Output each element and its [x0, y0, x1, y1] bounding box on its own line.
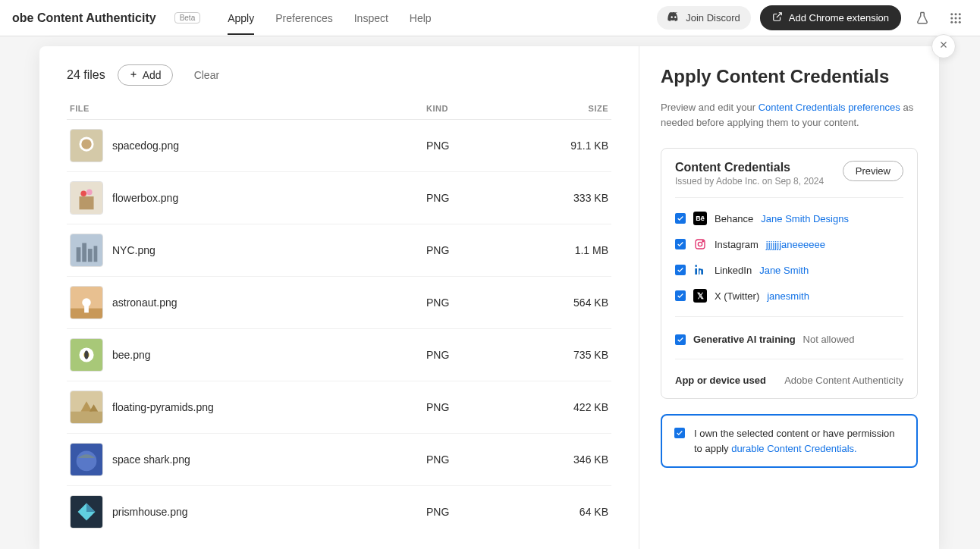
file-kind: PNG	[426, 349, 532, 361]
file-size: 564 KB	[532, 296, 608, 309]
svg-rect-41	[695, 268, 697, 274]
svg-point-15	[86, 190, 93, 196]
file-kind: PNG	[426, 244, 532, 256]
file-name: bee.png	[112, 349, 426, 361]
panel-description: Preview and edit your Content Credential…	[661, 100, 918, 130]
svg-point-28	[84, 350, 89, 359]
durable-credentials-link[interactable]: durable Content Credentials.	[731, 443, 857, 454]
files-panel: 24 files Add Clear File Kind Size spaced…	[39, 46, 639, 549]
social-handle[interactable]: Jane Smith Designs	[761, 213, 849, 224]
plus-icon	[129, 69, 138, 81]
file-thumbnail	[70, 234, 103, 267]
checkbox-checked[interactable]	[675, 290, 686, 301]
social-platform: X (Twitter)	[715, 290, 759, 302]
gen-ai-value: Not allowed	[803, 334, 855, 345]
header-kind: Kind	[426, 104, 532, 113]
close-button[interactable]	[931, 34, 956, 58]
header-size: Size	[532, 104, 608, 113]
app-used-row: App or device used Adobe Content Authent…	[675, 367, 903, 386]
close-icon	[938, 39, 949, 53]
svg-point-11	[81, 139, 91, 149]
table-row[interactable]: NYC.png PNG 1.1 MB	[67, 224, 611, 277]
ownership-text: I own the selected content or have permi…	[694, 426, 904, 456]
file-name: astronaut.png	[112, 296, 426, 309]
table-row[interactable]: floating-pyramids.png PNG 422 KB	[67, 381, 611, 434]
social-handle[interactable]: Jane Smith	[759, 265, 809, 276]
instagram-icon	[693, 237, 707, 251]
credentials-card-header: Content Credentials Issued by Adobe Inc.…	[675, 161, 903, 187]
svg-rect-19	[88, 249, 93, 262]
desc-pre: Preview and edit your	[661, 102, 759, 113]
file-kind: PNG	[426, 453, 532, 466]
file-kind: PNG	[426, 401, 532, 413]
table-row[interactable]: prismhouse.png PNG 64 KB	[67, 486, 611, 531]
svg-rect-30	[71, 412, 102, 423]
twitter-icon: 𝕏	[693, 289, 707, 303]
file-name: floating-pyramids.png	[112, 401, 426, 413]
credentials-panel: Apply Content Credentials Preview and ed…	[639, 46, 939, 549]
generative-ai-row: Generative AI training Not allowed	[675, 325, 903, 351]
social-handle[interactable]: janesmith	[767, 290, 809, 302]
file-thumbnail	[70, 443, 103, 476]
divider	[675, 316, 903, 317]
file-size: 422 KB	[532, 401, 608, 413]
credentials-title: Content Credentials	[675, 161, 824, 174]
file-size: 346 KB	[532, 453, 608, 466]
files-header: 24 files Add Clear	[67, 64, 611, 86]
file-count: 24 files	[67, 68, 105, 82]
svg-rect-17	[77, 247, 81, 262]
social-handle[interactable]: jjjjjjjaneeeeee	[766, 239, 825, 250]
file-size: 735 KB	[532, 349, 608, 361]
social-account-row: Instagram jjjjjjjaneeeeee	[675, 231, 903, 257]
file-kind: PNG	[426, 192, 532, 204]
modal-backdrop: 24 files Add Clear File Kind Size spaced…	[0, 0, 980, 549]
clear-files-button[interactable]: Clear	[185, 65, 228, 85]
svg-point-40	[702, 241, 703, 242]
social-account-row: 𝕏 X (Twitter) janesmith	[675, 283, 903, 309]
table-row[interactable]: space shark.png PNG 346 KB	[67, 434, 611, 486]
file-kind: PNG	[426, 296, 532, 309]
table-row[interactable]: flowerbox.png PNG 333 KB	[67, 172, 611, 224]
checkbox-checked[interactable]	[675, 334, 686, 345]
file-thumbnail	[70, 181, 103, 215]
table-row[interactable]: spacedog.png PNG 91.1 KB	[67, 120, 611, 172]
social-account-row: LinkedIn Jane Smith	[675, 257, 903, 283]
social-platform: Behance	[715, 213, 753, 224]
svg-point-42	[695, 265, 697, 268]
checkbox-checked[interactable]	[675, 213, 686, 224]
svg-rect-13	[79, 196, 93, 209]
svg-point-14	[80, 190, 86, 196]
svg-rect-18	[82, 243, 86, 262]
checkbox-checked[interactable]	[674, 428, 685, 438]
checkbox-checked[interactable]	[675, 265, 686, 275]
add-files-button[interactable]: Add	[118, 64, 173, 86]
file-kind: PNG	[426, 140, 532, 152]
gen-ai-label: Generative AI training	[693, 334, 796, 345]
svg-point-34	[77, 451, 97, 472]
preview-button[interactable]: Preview	[843, 161, 903, 181]
preferences-link[interactable]: Content Credentials preferences	[759, 102, 900, 113]
file-name: spacedog.png	[112, 140, 426, 152]
svg-rect-20	[94, 246, 98, 262]
file-name: flowerbox.png	[112, 192, 426, 204]
social-account-row: Bē Behance Jane Smith Designs	[675, 205, 903, 231]
linkedin-icon	[693, 263, 707, 277]
file-name: space shark.png	[112, 453, 426, 466]
divider	[675, 359, 903, 359]
table-body[interactable]: spacedog.png PNG 91.1 KB flowerbox.png P…	[67, 120, 611, 531]
svg-point-39	[698, 243, 702, 246]
table-row[interactable]: bee.png PNG 735 KB	[67, 329, 611, 381]
add-label: Add	[143, 69, 162, 81]
behance-icon: Bē	[693, 212, 707, 225]
table-header: File Kind Size	[67, 104, 611, 120]
table-row[interactable]: astronaut.png PNG 564 KB	[67, 277, 611, 329]
file-name: NYC.png	[112, 244, 426, 256]
file-thumbnail	[70, 286, 103, 319]
file-size: 91.1 KB	[532, 140, 608, 152]
header-file: File	[70, 104, 426, 113]
panel-title: Apply Content Credentials	[661, 64, 918, 88]
social-platform: LinkedIn	[715, 265, 752, 276]
app-value: Adobe Content Authenticity	[784, 375, 903, 386]
checkbox-checked[interactable]	[675, 239, 686, 249]
apply-modal: 24 files Add Clear File Kind Size spaced…	[39, 46, 939, 549]
